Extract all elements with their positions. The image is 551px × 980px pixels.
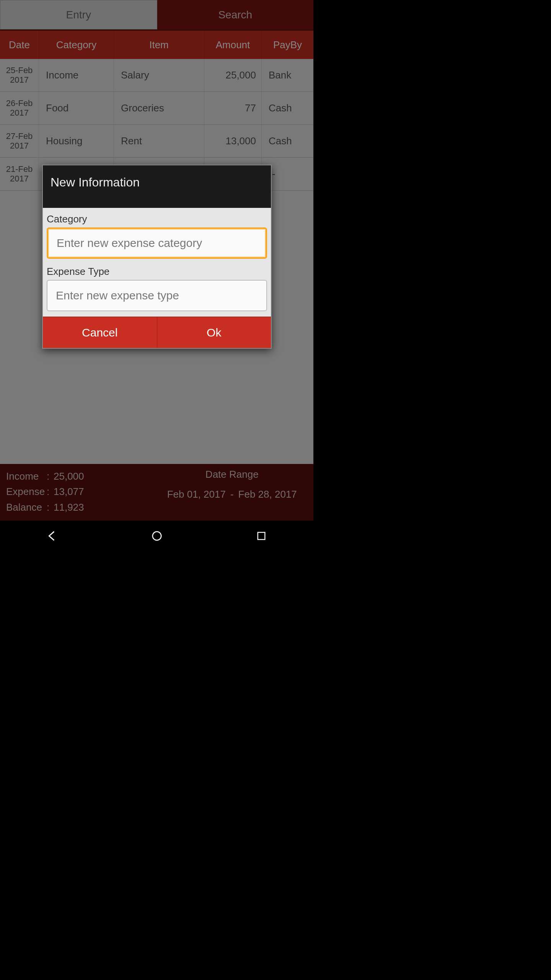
expense-type-input[interactable]: Enter new expense type bbox=[47, 280, 267, 311]
recent-apps-icon[interactable] bbox=[254, 529, 269, 543]
expense-type-field-label: Expense Type bbox=[47, 264, 267, 280]
home-icon[interactable] bbox=[150, 529, 164, 543]
new-information-dialog: New Information Category Enter new expen… bbox=[42, 165, 272, 349]
category-field-label: Category bbox=[47, 212, 267, 227]
cancel-button[interactable]: Cancel bbox=[43, 317, 157, 348]
android-navbar bbox=[0, 521, 313, 551]
app-screen: Entry Search Date Category Item Amount P… bbox=[0, 0, 313, 521]
ok-button[interactable]: Ok bbox=[157, 317, 271, 348]
dialog-title: New Information bbox=[43, 165, 271, 208]
back-icon[interactable] bbox=[45, 529, 60, 543]
svg-point-0 bbox=[152, 532, 161, 541]
svg-rect-1 bbox=[258, 532, 265, 540]
category-input[interactable]: Enter new expense category bbox=[47, 227, 267, 259]
